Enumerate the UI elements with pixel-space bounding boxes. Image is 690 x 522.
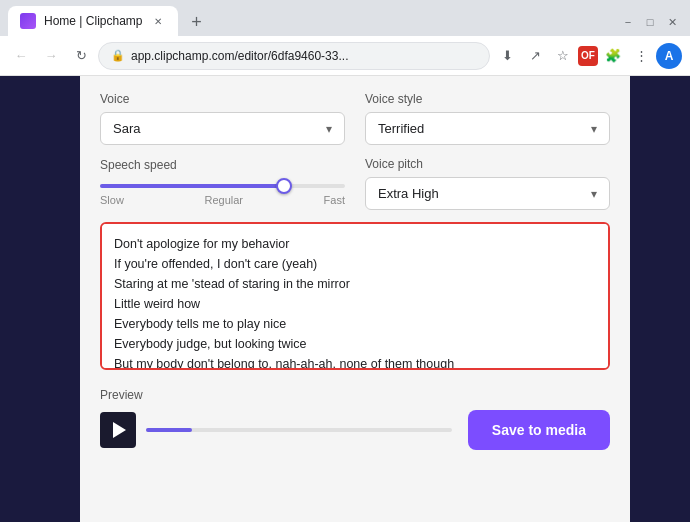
- speed-pitch-row: Speech speed Slow Regular Fast: [100, 157, 610, 210]
- download-icon[interactable]: ⬇: [494, 43, 520, 69]
- browser-window: Home | Clipchamp ✕ + − □ ✕ ← → ↻ 🔒 app.c…: [0, 0, 690, 522]
- voice-row: Voice Sara ▾ Voice style Terrified ▾: [100, 92, 610, 145]
- progress-fill: [146, 428, 192, 432]
- tab-close-button[interactable]: ✕: [150, 13, 166, 29]
- star-icon[interactable]: ☆: [550, 43, 576, 69]
- address-text: app.clipchamp.com/editor/6dfa9460-33...: [131, 49, 348, 63]
- voice-style-field-group: Voice style Terrified ▾: [365, 92, 610, 145]
- page-content: Voice Sara ▾ Voice style Terrified ▾: [0, 76, 690, 522]
- back-button[interactable]: ←: [8, 43, 34, 69]
- profile-button[interactable]: A: [656, 43, 682, 69]
- speech-speed-label: Speech speed: [100, 158, 345, 172]
- speed-slow-label: Slow: [100, 194, 124, 206]
- voice-style-chevron-icon: ▾: [591, 122, 597, 136]
- voice-style-value: Terrified: [378, 121, 424, 136]
- forward-button[interactable]: →: [38, 43, 64, 69]
- menu-icon[interactable]: ⋮: [628, 43, 654, 69]
- voice-label: Voice: [100, 92, 345, 106]
- dark-side-panel: [0, 76, 80, 522]
- dark-side-right-panel: [630, 76, 690, 522]
- voice-chevron-icon: ▾: [326, 122, 332, 136]
- address-bar-row: ← → ↻ 🔒 app.clipchamp.com/editor/6dfa946…: [0, 36, 690, 76]
- play-button[interactable]: [100, 412, 136, 448]
- speed-slider-thumb[interactable]: [276, 178, 292, 194]
- voice-pitch-select[interactable]: Extra High ▾: [365, 177, 610, 210]
- preview-label: Preview: [100, 388, 610, 402]
- tab-title: Home | Clipchamp: [44, 14, 142, 28]
- puzzle-icon[interactable]: 🧩: [600, 43, 626, 69]
- lock-icon: 🔒: [111, 49, 125, 62]
- speed-slider-fill: [100, 184, 284, 188]
- preview-section: Preview Save to media: [100, 388, 610, 450]
- voice-pitch-group: Voice pitch Extra High ▾: [365, 157, 610, 210]
- voice-style-label: Voice style: [365, 92, 610, 106]
- play-icon: [113, 422, 126, 438]
- voice-pitch-value: Extra High: [378, 186, 439, 201]
- voice-pitch-chevron-icon: ▾: [591, 187, 597, 201]
- active-tab[interactable]: Home | Clipchamp ✕: [8, 6, 178, 36]
- speech-speed-group: Speech speed Slow Regular Fast: [100, 158, 345, 210]
- speed-slider-track: [100, 184, 345, 188]
- extension-icon[interactable]: OF: [578, 46, 598, 66]
- speed-slider-labels: Slow Regular Fast: [100, 194, 345, 206]
- refresh-button[interactable]: ↻: [68, 43, 94, 69]
- tab-favicon: [20, 13, 36, 29]
- window-controls: − □ ✕: [618, 12, 682, 36]
- voice-field-group: Voice Sara ▾: [100, 92, 345, 145]
- preview-player: [100, 412, 452, 448]
- lyrics-textarea[interactable]: [100, 222, 610, 370]
- preview-row: Save to media: [100, 410, 610, 450]
- share-icon[interactable]: ↗: [522, 43, 548, 69]
- voice-pitch-label: Voice pitch: [365, 157, 610, 171]
- minimize-button[interactable]: −: [618, 12, 638, 32]
- voice-select[interactable]: Sara ▾: [100, 112, 345, 145]
- voice-style-select[interactable]: Terrified ▾: [365, 112, 610, 145]
- speed-regular-label: Regular: [204, 194, 243, 206]
- save-to-media-button[interactable]: Save to media: [468, 410, 610, 450]
- address-input[interactable]: 🔒 app.clipchamp.com/editor/6dfa9460-33..…: [98, 42, 490, 70]
- speed-slider-container: Slow Regular Fast: [100, 180, 345, 210]
- voice-value: Sara: [113, 121, 140, 136]
- progress-bar[interactable]: [146, 428, 452, 432]
- tab-bar: Home | Clipchamp ✕ + − □ ✕: [0, 0, 690, 36]
- main-panel: Voice Sara ▾ Voice style Terrified ▾: [80, 76, 630, 522]
- toolbar-icons: ⬇ ↗ ☆ OF 🧩 ⋮ A: [494, 43, 682, 69]
- maximize-button[interactable]: □: [640, 12, 660, 32]
- new-tab-button[interactable]: +: [182, 8, 210, 36]
- speed-fast-label: Fast: [324, 194, 345, 206]
- close-button[interactable]: ✕: [662, 12, 682, 32]
